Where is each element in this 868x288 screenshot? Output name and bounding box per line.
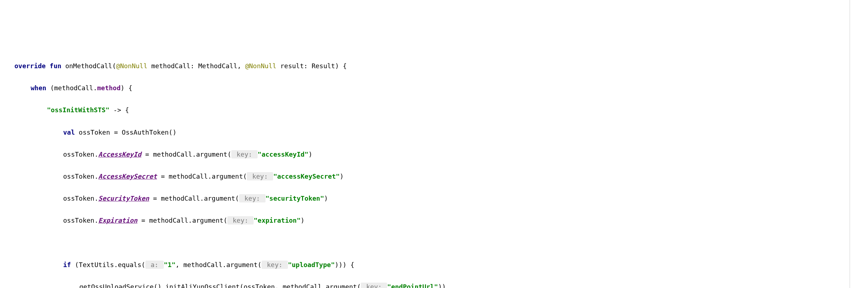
keyword-when: when: [31, 84, 46, 92]
code-line: ossToken.Expiration = methodCall.argumen…: [7, 215, 861, 226]
hint-label: key:: [247, 172, 273, 180]
string-literal: "ossInitWithSTS": [47, 106, 109, 114]
string-literal: "securityToken": [266, 195, 324, 202]
hint-label: a:: [145, 261, 164, 269]
annotation: @NonNull: [245, 62, 276, 70]
code-line: ossToken.SecurityToken = methodCall.argu…: [7, 193, 861, 204]
hint-label: key:: [227, 216, 254, 224]
hint-label: key:: [239, 194, 266, 202]
keyword-fun: fun: [50, 62, 62, 70]
code-line: val ossToken = OssAuthToken(): [7, 127, 861, 138]
string-literal: "uploadType": [288, 261, 335, 269]
string-literal: "expiration": [254, 217, 301, 224]
string-literal: "accessKeyId": [258, 150, 308, 158]
property: method: [97, 84, 120, 92]
code-line: when (methodCall.method) {: [7, 83, 861, 94]
margin-guide-line: [850, 0, 850, 288]
string-literal: "accessKeySecret": [273, 173, 339, 180]
keyword-override: override: [14, 62, 46, 70]
method-name: onMethodCall: [65, 62, 112, 70]
property: AccessKeyId: [98, 150, 141, 158]
string-literal: "endPointUrl": [387, 283, 438, 288]
param: result: Result) {: [276, 62, 347, 70]
property: SecurityToken: [98, 195, 149, 202]
empty-line: [7, 237, 861, 248]
hint-label: key:: [361, 283, 387, 288]
keyword-val: val: [63, 128, 75, 136]
keyword-if: if: [63, 261, 71, 269]
code-line: override fun onMethodCall(@NonNull metho…: [7, 61, 861, 72]
string-literal: "1": [164, 261, 176, 269]
code-line: ossToken.AccessKeySecret = methodCall.ar…: [7, 171, 861, 182]
code-line: "ossInitWithSTS" -> {: [7, 105, 861, 116]
code-line: getOssUploadService().initAliYunOssClien…: [7, 282, 861, 288]
code-line: ossToken.AccessKeyId = methodCall.argume…: [7, 149, 861, 160]
hint-label: key:: [231, 150, 258, 158]
hint-label: key:: [262, 261, 288, 269]
property: AccessKeySecret: [98, 173, 157, 180]
code-editor: override fun onMethodCall(@NonNull metho…: [7, 49, 861, 288]
property: Expiration: [98, 217, 137, 224]
code-line: if (TextUtils.equals( a: "1", methodCall…: [7, 259, 861, 271]
param: methodCall: MethodCall,: [148, 62, 245, 70]
annotation: @NonNull: [116, 62, 148, 70]
